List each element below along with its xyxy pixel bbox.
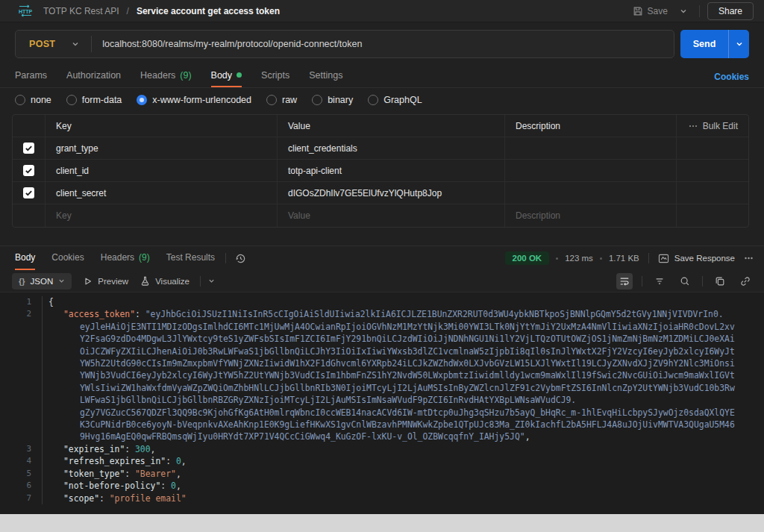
response-tab-headers[interactable]: Headers(9)	[101, 246, 150, 270]
param-description-cell[interactable]	[505, 182, 677, 204]
visualize-button[interactable]: Visualize	[140, 276, 190, 286]
param-description-input[interactable]: Description	[505, 204, 677, 227]
code-content: "not-before-policy": 0,	[42, 480, 764, 492]
param-value-cell[interactable]: totp-api-client	[278, 160, 505, 181]
code-token: :	[125, 469, 135, 479]
body-type-x-www-form-urlencoded[interactable]: x-www-form-urlencoded	[137, 95, 251, 105]
wrap-text-button[interactable]	[616, 273, 633, 290]
tab-label: Authorization	[66, 70, 121, 81]
code-line: 3"expires_in": 300,	[0, 443, 764, 455]
response-tabs: BodyCookiesHeaders(9)Test Results	[15, 246, 215, 270]
line-number	[0, 394, 42, 406]
floppy-icon	[633, 6, 643, 16]
param-value-cell[interactable]: dIGOsZDhIlv7GE5ElUfvzYlQHutp8Jop	[278, 182, 505, 204]
format-label: JSON	[31, 277, 54, 286]
share-button[interactable]: Share	[707, 2, 754, 20]
key-column-header: Key	[46, 115, 278, 137]
checkbox-checked[interactable]	[23, 187, 34, 198]
code-token: YWlsIiwiZW1haWxfdmVyaWZpZWQiOmZhbHNlLCJj…	[80, 383, 735, 393]
radio-label: none	[31, 95, 51, 105]
send-options-button[interactable]	[728, 30, 749, 58]
code-line: 6"not-before-policy": 0,	[0, 480, 764, 492]
response-body-code[interactable]: 1{2"access_token": "eyJhbGciOiJSUzI1NiIs…	[0, 292, 764, 514]
link-button[interactable]	[737, 273, 754, 290]
radio-label: raw	[282, 95, 297, 105]
save-response-button[interactable]: Save Response	[658, 254, 735, 263]
breadcrumb-separator: /	[127, 6, 129, 16]
response-tab-body[interactable]: Body	[15, 246, 35, 270]
body-type-raw[interactable]: raw	[266, 95, 297, 105]
code-content: "token_type": "Bearer",	[42, 468, 764, 480]
viewer-options-button[interactable]	[208, 278, 215, 284]
response-history-button[interactable]	[235, 253, 246, 264]
code-content: YWlsIiwiZW1haWxfdmVyaWZpZWQiOmZhbHNlLCJj…	[42, 382, 764, 394]
checkbox-checked[interactable]	[23, 165, 34, 176]
param-key-cell[interactable]: client_secret	[46, 182, 278, 204]
param-description-cell[interactable]	[505, 160, 677, 181]
radio-icon	[66, 95, 77, 105]
method-selector[interactable]: POST	[16, 31, 91, 57]
search-button[interactable]	[677, 273, 693, 290]
tab-body[interactable]: Body	[211, 66, 242, 87]
chevron-down-icon	[72, 40, 79, 48]
response-tab-cookies[interactable]: Cookies	[51, 246, 84, 270]
line-number	[0, 333, 42, 345]
tab-label: Body	[211, 70, 233, 81]
url-input[interactable]	[92, 31, 674, 57]
param-description-cell[interactable]	[505, 137, 677, 159]
code-content: eyJleHAiOjE3NTI1MDIzODgsImlhdCI6MTc1MjUw…	[42, 321, 764, 333]
breadcrumb-request-name[interactable]: Service account get access token	[137, 6, 280, 16]
save-response-label: Save Response	[674, 254, 735, 263]
status-badge[interactable]: 200 OK	[505, 251, 550, 265]
body-type-binary[interactable]: binary	[312, 95, 353, 105]
breadcrumb-collection[interactable]: TOTP KC Rest API	[43, 6, 119, 16]
response-tab-test-results[interactable]: Test Results	[166, 246, 215, 270]
save-options-button[interactable]	[675, 4, 692, 18]
tab-label: Params	[15, 70, 47, 81]
braces-icon: {}	[19, 277, 25, 286]
body-type-none[interactable]: none	[15, 95, 51, 105]
row-actions-cell	[677, 182, 748, 204]
save-button[interactable]: Save	[628, 3, 672, 19]
body-type-graphql[interactable]: GraphQL	[368, 95, 422, 105]
code-content: "access_token": "eyJhbGciOiJSUzI1NiIsInR…	[42, 308, 764, 320]
params-table-body: grant_typeclient_credentialsclient_idtot…	[13, 137, 748, 227]
response-more-actions-button[interactable]	[744, 257, 754, 260]
filter-button[interactable]	[651, 273, 668, 290]
tab-label: Settings	[309, 70, 342, 81]
code-token: ,	[525, 431, 530, 442]
code-token: K3CuPNidrB0ce6yoyN-bVeqpnkvAXeAhKnp1E0K9…	[80, 419, 735, 430]
param-value-input[interactable]: Value	[278, 204, 505, 227]
cookies-link[interactable]: Cookies	[714, 72, 749, 82]
param-key-input[interactable]: Key	[46, 204, 278, 227]
radio-icon	[15, 95, 25, 105]
param-row-client-id: client_idtotp-api-client	[13, 160, 748, 182]
divider	[200, 276, 201, 287]
tab-scripts[interactable]: Scripts	[261, 66, 289, 87]
code-token: :	[166, 456, 176, 466]
bulk-edit-button[interactable]: Bulk Edit	[703, 121, 738, 131]
code-token: "refresh_expires_in"	[63, 456, 166, 466]
save-response-icon	[658, 254, 669, 263]
response-format-dropdown[interactable]: {} JSON	[12, 273, 72, 290]
body-type-form-data[interactable]: form-data	[66, 95, 122, 105]
code-token: LWFwaS1jbGllbnQiLCJjbGllbnRBZGRyZXNzIjoi…	[80, 395, 576, 405]
response-time[interactable]: 123 ms	[565, 254, 593, 263]
code-token: ,	[151, 444, 156, 454]
param-key-cell[interactable]: client_id	[46, 160, 278, 181]
response-size[interactable]: 1.71 KB	[609, 254, 639, 263]
param-key-cell[interactable]: grant_type	[46, 137, 278, 159]
checkbox-checked[interactable]	[23, 143, 34, 154]
tab-params[interactable]: Params	[15, 66, 47, 87]
send-button[interactable]: Send	[680, 30, 728, 58]
tab-headers[interactable]: Headers(9)	[140, 66, 192, 87]
divider	[642, 276, 642, 287]
tab-authorization[interactable]: Authorization	[66, 66, 121, 87]
code-line: 4"refresh_expires_in": 0,	[0, 455, 764, 467]
line-number	[0, 369, 42, 381]
code-token: {	[48, 297, 54, 307]
copy-button[interactable]	[712, 273, 728, 290]
preview-button[interactable]: Preview	[84, 277, 128, 286]
param-value-cell[interactable]: client_credentials	[278, 137, 505, 159]
tab-settings[interactable]: Settings	[309, 66, 342, 87]
